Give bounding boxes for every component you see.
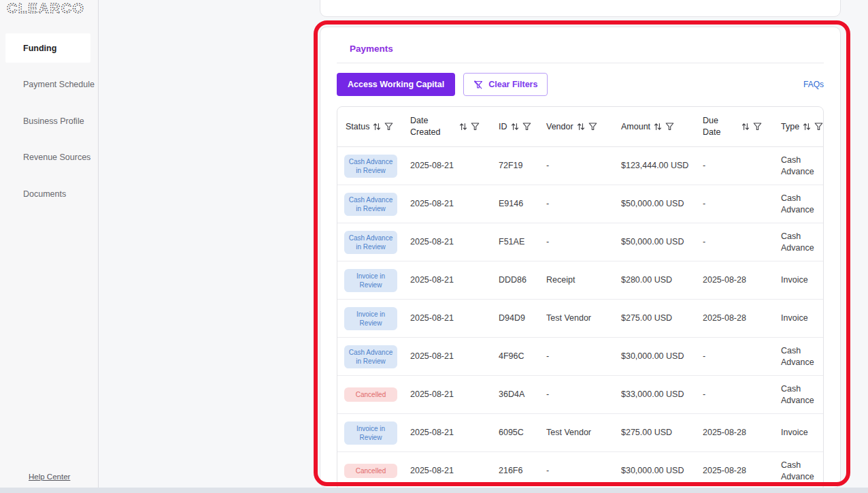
cell-id: F51AE <box>490 223 538 261</box>
sort-icon[interactable] <box>577 123 585 131</box>
column-header-type: Type <box>773 107 824 146</box>
sort-icon[interactable] <box>511 123 519 131</box>
sidebar-item-payment-schedule[interactable]: Payment Schedule <box>23 80 95 89</box>
status-badge: Invoice in Review <box>344 422 397 445</box>
column-header-due-date: Due Date <box>695 107 773 146</box>
cell-date-created: 2025-08-21 <box>402 414 490 451</box>
cell-type: Cash Advance <box>773 147 824 185</box>
column-label: Type <box>781 121 799 133</box>
sidebar-item-revenue-sources[interactable]: Revenue Sources <box>23 153 90 162</box>
filter-off-icon <box>473 80 483 89</box>
sort-icon[interactable] <box>373 123 381 131</box>
filter-icon[interactable] <box>384 123 393 131</box>
filter-icon[interactable] <box>522 123 531 131</box>
cell-amount: $30,000.00 USD <box>613 452 695 488</box>
cell-due-date: 2025-08-28 <box>695 452 773 488</box>
cell-vendor: - <box>538 147 613 185</box>
cell-due-date: - <box>695 147 773 185</box>
faqs-link[interactable]: FAQs <box>803 80 824 89</box>
sort-icon[interactable] <box>741 123 750 131</box>
cell-status: Cash Advance in Review <box>337 147 402 185</box>
column-header-date-created: Date Created <box>402 107 490 146</box>
clearco-logo: CLEARCO <box>5 0 97 19</box>
sidebar-item-documents[interactable]: Documents <box>23 189 66 199</box>
column-header-amount: Amount <box>613 107 695 146</box>
cell-type: Cash Advance <box>773 223 824 261</box>
table-row[interactable]: Invoice in Review2025-08-216095CTest Ven… <box>337 414 823 452</box>
cell-type: Cash Advance <box>773 338 824 375</box>
status-badge: Cash Advance in Review <box>344 345 397 368</box>
filter-icon[interactable] <box>471 123 480 131</box>
access-working-capital-button[interactable]: Access Working Capital <box>337 73 455 96</box>
column-label: Vendor <box>546 121 573 133</box>
cell-type: Cash Advance <box>773 452 824 488</box>
cell-status: Cash Advance in Review <box>337 338 402 375</box>
table-row[interactable]: Invoice in Review2025-08-21DDD86Receipt$… <box>337 261 823 300</box>
table-row[interactable]: Cash Advance in Review2025-08-214F96C-$3… <box>337 338 823 376</box>
cell-id: 216F6 <box>490 452 538 488</box>
cell-amount: $50,000.00 USD <box>613 223 695 261</box>
cell-id: 4F96C <box>490 338 538 375</box>
cell-vendor: - <box>538 376 613 413</box>
table-row[interactable]: Cash Advance in Review2025-08-21E9146-$5… <box>337 185 823 223</box>
cell-date-created: 2025-08-21 <box>402 223 490 261</box>
cell-due-date: - <box>695 376 773 413</box>
sort-icon[interactable] <box>459 123 467 131</box>
cell-status: Cancelled <box>337 376 402 413</box>
filter-icon[interactable] <box>814 123 823 131</box>
filter-icon[interactable] <box>588 123 597 131</box>
status-badge: Cash Advance in Review <box>344 193 397 216</box>
column-header-id: ID <box>490 107 538 146</box>
cell-status: Cash Advance in Review <box>337 223 402 261</box>
cell-id: DDD86 <box>490 261 538 299</box>
cell-status: Cash Advance in Review <box>337 185 402 223</box>
cell-type: Invoice <box>773 261 824 299</box>
cell-id: D94D9 <box>490 300 538 337</box>
cell-status: Invoice in Review <box>337 300 402 337</box>
cell-vendor: Receipt <box>538 261 613 299</box>
sidebar-item-business-profile[interactable]: Business Profile <box>23 116 84 126</box>
help-center-link[interactable]: Help Center <box>29 473 70 481</box>
cell-date-created: 2025-08-21 <box>402 185 490 223</box>
table-row[interactable]: Cash Advance in Review2025-08-21F51AE-$5… <box>337 223 823 261</box>
status-badge: Cash Advance in Review <box>344 155 397 178</box>
column-label: Status <box>346 121 369 133</box>
filter-icon[interactable] <box>665 123 674 131</box>
column-header-status: Status <box>337 107 402 146</box>
status-badge: Cancelled <box>344 464 397 478</box>
table-header-row: StatusDate CreatedIDVendorAmountDue Date… <box>337 107 823 147</box>
cell-date-created: 2025-08-21 <box>402 261 490 299</box>
cell-date-created: 2025-08-21 <box>402 338 490 375</box>
cell-id: 36D4A <box>490 376 538 413</box>
cell-type: Cash Advance <box>773 185 824 223</box>
cell-date-created: 2025-08-21 <box>402 147 490 185</box>
app-window: CLEARCO FundingPayment ScheduleBusiness … <box>0 0 868 493</box>
status-badge: Invoice in Review <box>344 269 397 292</box>
sidebar-item-funding[interactable]: Funding <box>5 33 90 63</box>
clear-filters-label: Clear Filters <box>488 80 537 89</box>
cell-status: Cancelled <box>337 452 402 488</box>
payments-card: Payments Access Working Capital Clear Fi… <box>320 27 841 488</box>
table-row[interactable]: Invoice in Review2025-08-21D94D9Test Ven… <box>337 300 823 338</box>
cell-date-created: 2025-08-21 <box>402 452 490 488</box>
status-badge: Invoice in Review <box>344 307 397 330</box>
cell-vendor: - <box>538 185 613 223</box>
cell-vendor: - <box>538 223 613 261</box>
cell-id: E9146 <box>490 185 538 223</box>
sort-icon[interactable] <box>654 123 662 131</box>
cell-status: Invoice in Review <box>337 414 402 451</box>
payments-table: StatusDate CreatedIDVendorAmountDue Date… <box>337 106 824 488</box>
column-label: Date Created <box>410 115 446 138</box>
sort-icon[interactable] <box>803 123 811 131</box>
page-title: Payments <box>350 44 840 54</box>
cell-type: Invoice <box>773 300 824 337</box>
cell-vendor: Test Vendor <box>538 300 613 337</box>
cell-amount: $123,444.00 USD <box>613 147 695 185</box>
filter-icon[interactable] <box>753 123 762 131</box>
clear-filters-button[interactable]: Clear Filters <box>463 73 548 96</box>
table-row[interactable]: Cancelled2025-08-2136D4A-$33,000.00 USD-… <box>337 376 823 414</box>
svg-text:CLEARCO: CLEARCO <box>7 0 84 16</box>
table-row[interactable]: Cash Advance in Review2025-08-2172F19-$1… <box>337 147 823 185</box>
table-row[interactable]: Cancelled2025-08-21216F6-$30,000.00 USD2… <box>337 452 823 488</box>
cell-due-date: - <box>695 223 773 261</box>
